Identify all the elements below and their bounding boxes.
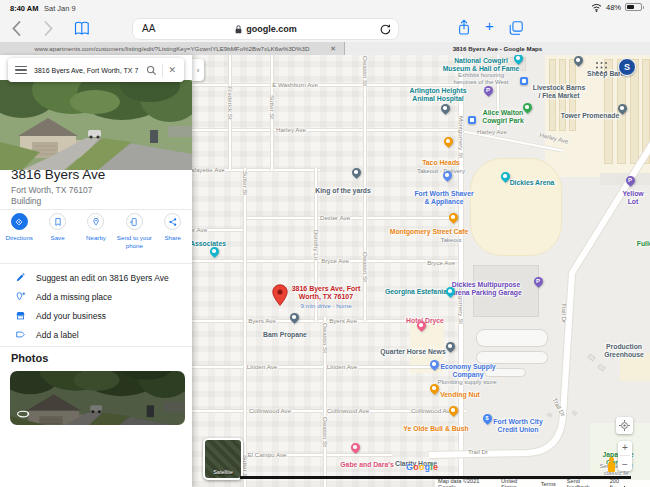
menu-item-add-business[interactable]: Add your business (0, 306, 192, 325)
poi-label[interactable]: Fort Worth City Credit Union (493, 418, 542, 434)
map-pin-icon[interactable] (443, 136, 453, 149)
save-button[interactable]: Save (39, 213, 76, 250)
nearby-button[interactable]: Nearby (77, 213, 114, 250)
map-pin-icon[interactable] (350, 442, 360, 455)
map-pin-icon[interactable]: P (625, 175, 635, 188)
street-label: Bryce Ave (427, 259, 455, 266)
my-location-button[interactable] (616, 417, 633, 434)
tabs-icon[interactable] (508, 20, 524, 36)
map-pin-icon[interactable] (209, 246, 219, 259)
poi-label[interactable]: Arlington Heights Animal Hospital (409, 87, 466, 103)
map-pin-icon[interactable] (429, 383, 439, 396)
map[interactable]: E Washburn AveHarley AveHarley AveHarley… (192, 55, 650, 487)
back-icon[interactable] (10, 20, 23, 37)
browser-chrome: 8:40 AM Sat Jan 9 48% AA google.com + (0, 0, 650, 55)
search-input[interactable]: 3816 Byers Ave, Fort Worth, TX 7 (34, 67, 146, 74)
map-pin-icon[interactable] (573, 55, 583, 68)
poi-label[interactable]: Dickies Multipurpose Arena Parking Garag… (450, 281, 521, 297)
map-pin-icon[interactable] (429, 359, 439, 372)
menu-item-add-missing-place[interactable]: Add a missing place (0, 287, 192, 306)
street-label: Owasso St (321, 417, 328, 447)
map-pin-icon[interactable] (289, 312, 299, 325)
map-pin-icon[interactable] (351, 167, 361, 180)
poi-label[interactable]: Quarter Horse News (380, 348, 445, 356)
tab-google-maps[interactable]: 3816 Byers Ave - Google Maps (345, 42, 650, 55)
account-avatar[interactable]: S (618, 58, 636, 76)
google-apps-grid-icon[interactable] (595, 61, 608, 74)
map-pin-icon[interactable]: P (533, 276, 543, 289)
directions-button[interactable]: Directions (1, 213, 38, 250)
map-pin-icon[interactable] (416, 320, 426, 333)
poi-label[interactable]: Georgina Estefania (385, 288, 447, 296)
map-pin-icon[interactable] (467, 115, 477, 128)
map-pin-icon[interactable] (445, 286, 455, 299)
share-icon[interactable] (457, 19, 471, 36)
map-pin-icon[interactable] (440, 103, 450, 116)
street-label: Linden Ave (327, 363, 358, 370)
poi-label[interactable]: Economy Supply Company (440, 363, 495, 379)
poi-label[interactable]: Ye Olde Bull & Bush (403, 425, 468, 433)
zoom-out-button[interactable]: − (622, 459, 628, 470)
zoom-control[interactable]: + − (618, 441, 632, 471)
map-pin-icon[interactable] (445, 341, 455, 354)
directions-icon (14, 217, 24, 227)
tab-close-icon[interactable]: ✕ (330, 45, 336, 53)
bookmarks-icon[interactable] (74, 21, 90, 36)
poi-label[interactable]: Production Greenhouse (604, 343, 644, 359)
poi-label[interactable]: Tower Promenade (561, 112, 619, 120)
search-icon[interactable] (146, 65, 157, 76)
reload-icon[interactable] (379, 23, 391, 36)
zoom-in-button[interactable]: + (622, 442, 628, 453)
destination-label[interactable]: 3816 Byers Ave, Fort Worth, TX 76107 9 m… (286, 285, 366, 309)
poi-label[interactable]: Livestock Barns / Flea Market (533, 84, 586, 100)
battery-icon (625, 3, 642, 11)
send-to-phone-button[interactable]: Send to your phone (116, 213, 153, 250)
tab-apartments[interactable]: www.apartments.com/customers/listing/edi… (0, 42, 345, 55)
poi-label[interactable]: Bam Propane (263, 331, 307, 339)
map-pin-icon[interactable] (500, 171, 510, 184)
poi-label[interactable]: Yellow Lot (622, 190, 643, 206)
place-title: 3816 Byers Ave (11, 167, 105, 182)
poi-label[interactable]: Alice Walton Cowgirl Park (482, 109, 524, 125)
menu-item-add-label[interactable]: Add a label (0, 325, 192, 344)
url-text: google.com (246, 24, 297, 34)
poi-label[interactable]: Taco Heads (422, 159, 460, 167)
search-box[interactable]: 3816 Byers Ave, Fort Worth, TX 7 ✕ (8, 58, 184, 82)
poi-label[interactable]: Fuller (637, 240, 650, 248)
menu-item-suggest-edit[interactable]: Suggest an edit on 3816 Byers Ave (0, 268, 192, 287)
map-pin-icon[interactable] (522, 102, 532, 115)
map-pin-icon[interactable]: $ (482, 413, 492, 426)
map-pin-icon[interactable] (617, 103, 627, 116)
map-pin-icon[interactable] (442, 170, 452, 183)
new-tab-icon[interactable]: + (485, 17, 494, 34)
map-pin-icon[interactable] (513, 55, 523, 66)
poi-label[interactable]: Fort Worth Shaver & Appliance (414, 190, 473, 206)
share-place-button[interactable]: Share (154, 213, 191, 250)
pegman-icon[interactable] (605, 457, 618, 474)
menu-icon[interactable] (15, 66, 27, 75)
terms-link[interactable]: Terms (541, 481, 556, 487)
map-pin-icon[interactable] (448, 405, 458, 418)
url-field[interactable]: AA google.com (133, 19, 398, 39)
clear-search-icon[interactable]: ✕ (168, 65, 176, 75)
satellite-toggle[interactable]: Satellite (203, 438, 243, 480)
street-label: Byers Ave (248, 317, 276, 324)
send-feedback-link[interactable]: Send feedback (567, 478, 599, 487)
street-label: Sutter St (241, 171, 248, 195)
street-view-photo[interactable] (0, 80, 192, 170)
poi-label[interactable]: Vending Nut (440, 391, 480, 399)
poi-label[interactable]: King of the yards (315, 187, 371, 195)
region-label[interactable]: United States (501, 478, 530, 487)
map-pin-icon[interactable]: P (483, 85, 493, 98)
photo-thumbnail[interactable] (10, 371, 185, 425)
poi-label[interactable]: National Cowgirl Museum & Hall of Fame (443, 57, 520, 73)
street-label: Frederick St (226, 86, 233, 119)
map-pin-icon[interactable] (448, 212, 458, 225)
collapse-panel-button[interactable]: ‹ (192, 59, 204, 81)
forward-icon[interactable] (42, 20, 55, 37)
poi-label[interactable]: Gabe and Dara's (340, 461, 393, 469)
destination-drive-time: 9 min drive · home (286, 302, 366, 309)
map-pin-icon[interactable] (519, 76, 529, 89)
poi-label[interactable]: Dickies Arena (510, 179, 555, 187)
poi-label[interactable]: Montgomery Street Cafe (390, 228, 469, 236)
